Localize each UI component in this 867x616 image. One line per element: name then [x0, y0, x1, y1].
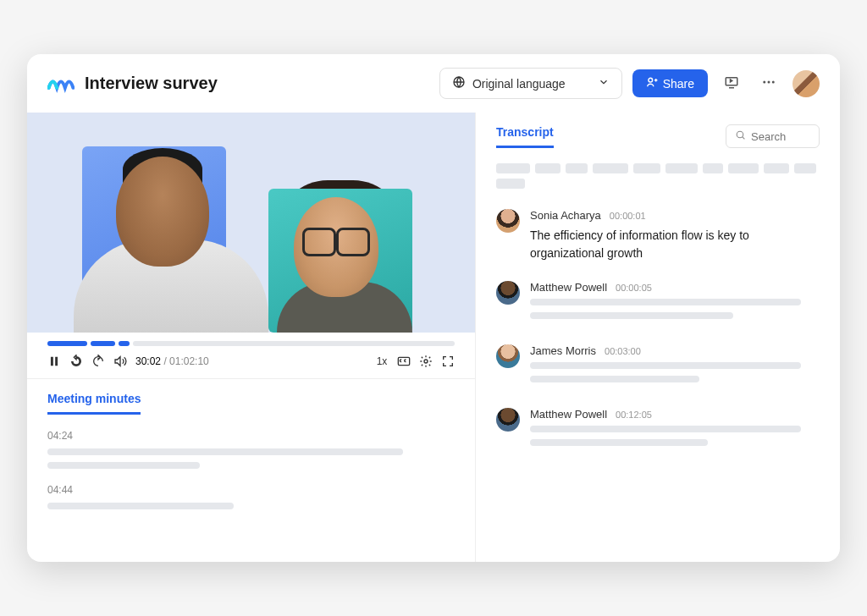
minute-timestamp: 04:44: [47, 484, 455, 496]
share-label: Share: [663, 77, 694, 91]
transcript-pane: Transcript Sonia Acharya00:00:01The effi…: [476, 113, 840, 562]
transcript-search[interactable]: [726, 124, 820, 148]
speaker-name: Matthew Powell: [530, 281, 607, 294]
svg-point-4: [768, 81, 770, 84]
more-button[interactable]: [755, 70, 782, 97]
speaker-avatar: [496, 281, 520, 305]
globe-refresh-icon: [452, 75, 466, 91]
present-icon: [724, 74, 739, 92]
video-participant-1: [82, 138, 251, 333]
entry-timestamp: 00:03:00: [605, 346, 641, 356]
pause-button[interactable]: [47, 355, 61, 368]
header: Interview survey Original language Share: [27, 54, 840, 113]
speaker-avatar: [496, 408, 520, 432]
speaker-name: Matthew Powell: [530, 408, 607, 421]
transcript-entry[interactable]: Matthew Powell00:12:05: [496, 408, 820, 453]
page-title: Interview survey: [85, 74, 429, 93]
dots-horizontal-icon: [761, 74, 776, 92]
language-label: Original language: [472, 77, 566, 91]
chevron-down-icon: [598, 76, 610, 91]
speaker-avatar: [496, 209, 520, 233]
video-participant-2: [268, 172, 421, 333]
svg-point-5: [772, 81, 775, 84]
entry-timestamp: 00:12:05: [616, 410, 652, 420]
present-button[interactable]: [718, 70, 745, 97]
transcript-entry[interactable]: Sonia Acharya00:00:01The efficiency of i…: [496, 209, 820, 262]
speed-button[interactable]: 1x: [375, 355, 389, 368]
entry-timestamp: 00:00:05: [616, 283, 652, 293]
speaker-avatar: [496, 344, 520, 368]
search-input[interactable]: [751, 130, 810, 143]
transcript-tab[interactable]: Transcript: [496, 125, 554, 148]
left-pane: 30:02 / 01:02:10 1x: [27, 113, 476, 562]
meeting-minutes-section: Meeting minutes 04:2404:44: [27, 378, 475, 562]
speaker-name: James Morris: [530, 344, 596, 357]
app-window: Interview survey Original language Share: [27, 54, 840, 562]
video-area[interactable]: [27, 113, 475, 333]
person-add-icon: [646, 76, 658, 91]
language-dropdown[interactable]: Original language: [439, 68, 622, 99]
forward-15-button[interactable]: [91, 355, 105, 368]
minute-item[interactable]: 04:24: [47, 430, 455, 469]
player-controls: 30:02 / 01:02:10 1x: [27, 349, 475, 378]
minute-item[interactable]: 04:44: [47, 484, 455, 509]
content: 30:02 / 01:02:10 1x: [27, 113, 840, 562]
rewind-15-button[interactable]: [69, 355, 83, 368]
search-icon: [735, 129, 746, 143]
entry-timestamp: 00:00:01: [610, 211, 646, 221]
fullscreen-button[interactable]: [441, 355, 455, 368]
svg-rect-6: [51, 357, 53, 366]
minutes-tab[interactable]: Meeting minutes: [47, 392, 141, 415]
svg-point-3: [763, 81, 765, 84]
share-button[interactable]: Share: [632, 69, 708, 97]
svg-point-1: [649, 78, 653, 82]
speaker-name: Sonia Acharya: [530, 209, 601, 222]
volume-button[interactable]: [113, 355, 127, 368]
transcript-entry[interactable]: James Morris00:03:00: [496, 344, 820, 389]
transcript-chips: [496, 163, 820, 189]
captions-button[interactable]: [397, 355, 411, 368]
progress-bar[interactable]: [27, 333, 475, 349]
minute-timestamp: 04:24: [47, 430, 455, 442]
user-avatar[interactable]: [792, 70, 820, 97]
svg-rect-7: [55, 357, 58, 366]
svg-point-10: [737, 131, 743, 138]
transcript-entry[interactable]: Matthew Powell00:00:05: [496, 281, 820, 326]
svg-point-9: [424, 360, 428, 363]
entry-text: The efficiency of information flow is ke…: [530, 227, 820, 262]
settings-button[interactable]: [419, 355, 433, 368]
time-display: 30:02 / 01:02:10: [135, 355, 209, 367]
transcript-list: Sonia Acharya00:00:01The efficiency of i…: [496, 209, 820, 471]
app-logo: [47, 74, 75, 94]
